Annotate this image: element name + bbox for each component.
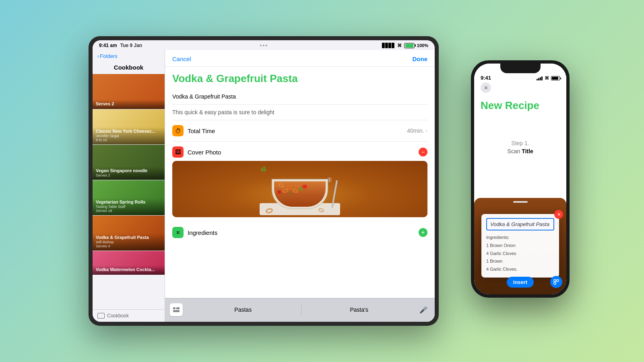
sidebar-item-2-sub: Jennifer Segal [96, 134, 161, 138]
keyboard-toggle-button[interactable] [170, 303, 183, 316]
ipad-signal-icon: ▊▊▊▊ [382, 43, 395, 48]
total-time-value: 40min. [407, 128, 424, 134]
iphone-wifi-icon: ⌘ [545, 76, 549, 81]
svg-rect-4 [557, 280, 559, 282]
iphone-time: 9:41 [481, 75, 491, 81]
iphone-screen: 9:41 ⌘ ✕ Ne [474, 64, 566, 294]
chevron-right-icon: › [425, 128, 427, 134]
sidebar-item-4-name: Vegetarian Spring Rolls [96, 200, 161, 205]
sidebar-item-2-sub2: 8 to 10 [96, 138, 161, 142]
scan-corner-button[interactable] [550, 276, 562, 288]
iphone-device: 9:41 ⌘ ✕ Ne [471, 60, 570, 298]
cover-photo-image: 🌿 ● [172, 161, 427, 217]
suggestion-2[interactable]: Pasta's [301, 305, 417, 315]
keyboard-area: Pastas Pasta's 🎤 [165, 298, 435, 322]
scan-overlay-card: ✕ Vodka & Grapefruit Pasta Ingredients: … [481, 214, 559, 278]
add-ingredient-button[interactable]: + [419, 228, 427, 237]
iphone-notch [500, 64, 541, 73]
sidebar-item-3[interactable]: Vegan Singapore noodle Serves 2 [93, 145, 165, 180]
sidebar-item-4-sub: Tasting Table Staff [96, 205, 161, 209]
svg-rect-0 [173, 307, 175, 309]
sidebar-item-2[interactable]: Classic New York Cheesec... Jennifer Seg… [93, 109, 165, 145]
svg-rect-3 [554, 280, 556, 282]
sidebar-title: Cookbook [93, 62, 165, 74]
scan-line-2: 1 Brown Onion [486, 242, 554, 250]
scan-label: Scan [507, 148, 520, 154]
ipad-date: Tue 9 Jan [120, 43, 142, 48]
ipad-battery-percent: 100% [417, 43, 428, 48]
ipad-screen: 9:41 am Tue 9 Jan ▊▊▊▊ ⌘ 100% [93, 40, 435, 322]
suggestion-1[interactable]: Pastas [185, 305, 301, 315]
modal-body: Vodka & Grapefruit Pasta Vodka & Grapefr… [165, 67, 435, 298]
scan-background: ✕ Vodka & Grapefruit Pasta Ingredients: … [474, 198, 566, 294]
iphone-status-icons: ⌘ [537, 76, 560, 81]
sidebar-item-6[interactable]: Vodka Watermelon Cockta... [93, 251, 165, 275]
cookbook-icon [97, 313, 105, 319]
insert-button[interactable]: insert [507, 277, 534, 288]
main-area: Cancel Done Vodka & Grapefruit Pasta Vod… [165, 50, 435, 322]
description-field-value: This quick & easy pasta is sure to delig… [172, 105, 275, 121]
ipad-status-bar: 9:41 am Tue 9 Jan ▊▊▊▊ ⌘ 100% [93, 40, 435, 50]
new-recipe-title: New Recipe [481, 99, 560, 112]
scan-card: ✕ Vodka & Grapefruit Pasta Ingredients: … [474, 198, 566, 294]
sidebar-item-5-name: Vodka & Grapefruit Pasta [96, 235, 161, 240]
cover-photo-row[interactable]: 🖼 Cover Photo − [172, 142, 427, 161]
description-field[interactable]: This quick & easy pasta is sure to delig… [172, 105, 427, 120]
ipad-device: 9:41 am Tue 9 Jan ▊▊▊▊ ⌘ 100% [89, 36, 439, 326]
signal-bars-icon [537, 76, 543, 80]
total-time-row[interactable]: ⏱ Total Time 40min. › [172, 120, 427, 142]
scan-title-field[interactable]: Vodka & Grapefruit Pasta [486, 218, 554, 230]
sidebar-back-btn[interactable]: ‹ Folders [97, 53, 118, 59]
ingredients-label: Ingredients [188, 229, 419, 236]
ipad-main-content: ‹ Folders Cookbook Serves 2 [93, 50, 435, 322]
scan-title-text: Vodka & Grapefruit Pasta [490, 221, 549, 227]
svg-rect-5 [554, 282, 556, 284]
sidebar-item-1[interactable]: Serves 2 [93, 74, 165, 109]
svg-rect-2 [173, 310, 180, 312]
ingredients-icon: ≡ [172, 227, 184, 238]
title-field[interactable]: Vodka & Grapefruit Pasta [172, 89, 427, 105]
sidebar-item-5-sub: Will Bishop [96, 240, 161, 244]
step-number: Step 1. [507, 140, 533, 146]
time-icon: ⏱ [172, 125, 184, 136]
scan-line-3: 4 Garlic Cloves [486, 250, 554, 258]
remove-photo-button[interactable]: − [419, 148, 427, 156]
microphone-button[interactable]: 🎤 [417, 303, 430, 316]
sidebar-back-label: Folders [100, 53, 117, 59]
title-field-value: Vodka & Grapefruit Pasta [172, 93, 236, 100]
scan-close-button[interactable]: ✕ [554, 210, 563, 219]
scan-title-bold: Title [522, 148, 533, 154]
sidebar-item-2-name: Classic New York Cheesec... [96, 129, 161, 134]
sidebar-item-4[interactable]: Vegetarian Spring Rolls Tasting Table St… [93, 180, 165, 216]
cancel-button[interactable]: Cancel [172, 56, 191, 62]
sidebar-item-4-sub2: Serves 18 [96, 209, 161, 213]
ingredients-row[interactable]: ≡ Ingredients + [172, 222, 427, 243]
drag-handle[interactable] [513, 201, 528, 203]
ipad-time: 9:41 am [99, 43, 117, 48]
sidebar-item-5-sub2: Serves 4 [96, 244, 161, 248]
done-button[interactable]: Done [413, 56, 428, 62]
sidebar-item-6-name: Vodka Watermelon Cockta... [96, 267, 161, 272]
sidebar-item-3-name: Vegan Singapore noodle [96, 168, 161, 173]
sidebar-item-3-sub: Serves 2 [96, 173, 161, 177]
sidebar: ‹ Folders Cookbook Serves 2 [93, 50, 165, 322]
recipe-modal: Cancel Done Vodka & Grapefruit Pasta Vod… [165, 50, 435, 322]
svg-rect-1 [176, 307, 180, 309]
ipad-battery-icon [404, 43, 415, 48]
scan-line-1: Ingredients: [486, 234, 554, 242]
sidebar-header: ‹ Folders [93, 50, 165, 62]
sidebar-item-5[interactable]: Vodka & Grapefruit Pasta Will Bishop Ser… [93, 216, 165, 251]
ipad-wifi-icon: ⌘ [397, 43, 402, 48]
recipe-title: Vodka & Grapefruit Pasta [172, 67, 427, 89]
close-button[interactable]: ✕ [481, 82, 491, 93]
sidebar-bottom-text: Cookbook [107, 313, 129, 319]
modal-header: Cancel Done [165, 50, 435, 67]
photo-icon: 🖼 [172, 146, 184, 158]
chevron-left-icon: ‹ [97, 53, 99, 59]
iphone-content: ✕ New Recipe Step 1. Scan Title [474, 82, 566, 294]
sidebar-bottom: Cookbook [93, 309, 165, 322]
keyboard-toolbar: Pastas Pasta's 🎤 [170, 302, 430, 319]
close-icon: ✕ [484, 85, 488, 91]
sidebar-item-1-name: Serves 2 [96, 101, 161, 107]
ipad-dots [260, 45, 267, 46]
